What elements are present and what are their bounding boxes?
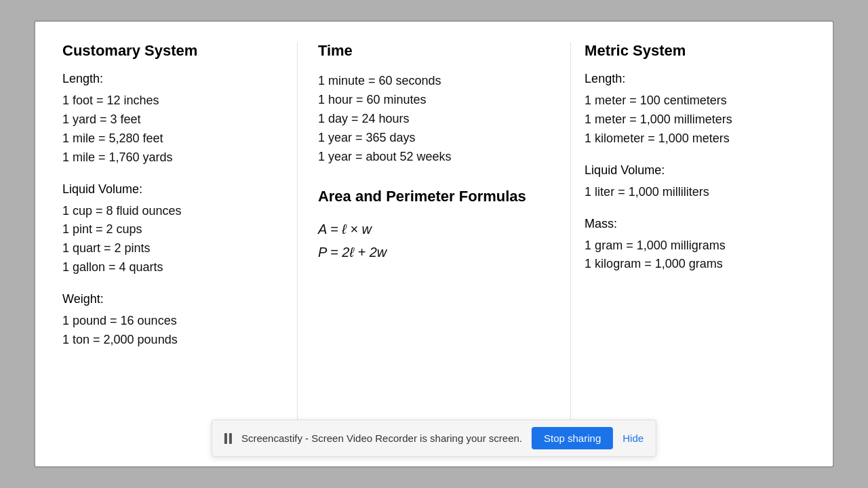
pause-bar-right [229,433,232,444]
customary-length-line-2: 1 yard = 3 feet [62,110,283,129]
time-line-4: 1 year = 365 days [318,129,550,148]
main-card: Customary System Length: 1 foot = 12 inc… [34,20,834,468]
metric-mass-label: Mass: [585,217,806,231]
customary-title: Customary System [62,42,283,60]
metric-length-line-3: 1 kilometer = 1,000 meters [585,129,806,148]
pause-icon [224,433,232,444]
customary-column: Customary System Length: 1 foot = 12 inc… [62,42,297,446]
metric-length-label: Length: [585,72,806,86]
middle-column: Time 1 minute = 60 seconds 1 hour = 60 m… [297,42,571,446]
metric-mass-line-2: 1 kilogram = 1,000 grams [585,255,806,274]
metric-liquid-line-1: 1 liter = 1,000 milliliters [585,183,806,202]
time-line-1: 1 minute = 60 seconds [318,72,550,91]
area-title: Area and Perimeter Formulas [318,188,550,205]
customary-liquid-line-2: 1 pint = 2 cups [62,220,283,239]
customary-weight-label: Weight: [62,292,283,306]
notification-message: Screencastify - Screen Video Recorder is… [241,432,522,444]
customary-length-line-1: 1 foot = 12 inches [62,92,283,110]
metric-title: Metric System [585,42,806,60]
customary-liquid-label: Liquid Volume: [62,182,283,197]
time-line-3: 1 day = 24 hours [318,110,550,129]
time-title: Time [318,42,550,60]
customary-length-label: Length: [62,72,283,86]
customary-liquid-line-4: 1 gallon = 4 quarts [62,258,283,277]
content-area: Customary System Length: 1 foot = 12 inc… [62,42,806,446]
metric-mass-line-1: 1 gram = 1,000 milligrams [585,237,806,256]
metric-length-line-2: 1 meter = 1,000 millimeters [585,110,806,129]
hide-button[interactable]: Hide [623,432,644,444]
customary-liquid-line-1: 1 cup = 8 fluid ounces [62,202,283,221]
customary-length-line-4: 1 mile = 1,760 yards [62,148,283,167]
customary-weight-line-2: 1 ton = 2,000 pounds [62,331,283,350]
stop-sharing-button[interactable]: Stop sharing [532,427,613,449]
customary-weight-line-1: 1 pound = 16 ounces [62,312,283,331]
metric-length-line-1: 1 meter = 100 centimeters [585,92,806,110]
pause-bar-left [224,433,227,444]
customary-liquid-line-3: 1 quart = 2 pints [62,239,283,258]
perimeter-formula: P = 2ℓ + 2w [318,241,550,264]
notification-bar: Screencastify - Screen Video Recorder is… [212,420,656,457]
area-formula: A = ℓ × w [318,218,550,241]
metric-column: Metric System Length: 1 meter = 100 cent… [571,42,806,446]
metric-liquid-label: Liquid Volume: [585,163,806,178]
time-line-2: 1 hour = 60 minutes [318,91,550,110]
time-line-5: 1 year = about 52 weeks [318,148,550,167]
customary-length-line-3: 1 mile = 5,280 feet [62,129,283,148]
